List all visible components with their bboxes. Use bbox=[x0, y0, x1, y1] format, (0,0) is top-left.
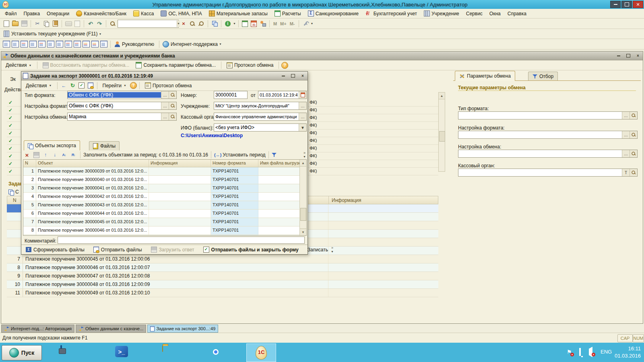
more-buttons[interactable]: »▼ bbox=[331, 246, 334, 253]
send-and-close-button[interactable]: ✓Отправить файлы и закрыть форму bbox=[200, 246, 301, 254]
table-scrollbar[interactable]: ▲ ▼ bbox=[299, 160, 306, 235]
dialog-close-button[interactable]: × bbox=[299, 73, 306, 79]
fill-by-period-button[interactable]: Заполнить объектами за период: с 01.03.1… bbox=[83, 152, 208, 158]
format-setting-input[interactable] bbox=[458, 132, 622, 138]
settings-button[interactable] bbox=[301, 20, 310, 27]
report-button-4[interactable] bbox=[29, 41, 37, 48]
check-file-button[interactable]: ✓ bbox=[78, 82, 86, 89]
ellipsis-button[interactable]: … bbox=[161, 113, 169, 120]
clock[interactable]: 16:11 01.03.2016 bbox=[615, 345, 641, 360]
export-path-link[interactable]: C:\Users\Аникина\Desktop bbox=[181, 133, 243, 138]
menu-item[interactable]: Сервис bbox=[466, 11, 483, 16]
window-tab[interactable]: Интернет-под...: Авторизация bbox=[1, 325, 74, 333]
cut-button[interactable]: ✂ bbox=[33, 20, 41, 27]
refresh-button[interactable]: ↻ bbox=[69, 82, 77, 89]
search-input[interactable] bbox=[118, 21, 177, 27]
send-files-button[interactable]: Отправить файлы bbox=[91, 246, 145, 254]
set-institution-button[interactable] bbox=[2, 30, 10, 37]
number-input[interactable] bbox=[214, 92, 247, 98]
save-button[interactable] bbox=[20, 20, 28, 27]
menu-item[interactable]: Учреждение bbox=[424, 10, 459, 16]
menu-item[interactable]: Правка bbox=[24, 11, 40, 16]
window-tab[interactable]: Задание на экспорт 300...:49 bbox=[147, 325, 218, 333]
ellipsis-button[interactable]: … bbox=[161, 91, 169, 99]
write-button[interactable]: Записать bbox=[305, 246, 331, 254]
sort-desc-button[interactable]: Я↓ bbox=[69, 151, 77, 158]
move-up-button[interactable]: ↑ bbox=[41, 151, 50, 158]
task-object-row[interactable]: 8 Платежное поручение 30000046 от 01.03.… bbox=[7, 263, 438, 272]
calculator-button[interactable] bbox=[241, 20, 249, 27]
ellipsis-button[interactable]: … bbox=[299, 102, 306, 109]
ifo-input[interactable] bbox=[214, 125, 299, 130]
column-header-info[interactable]: Информация bbox=[149, 160, 211, 167]
ifo-dropdown-button[interactable]: ▼ bbox=[299, 124, 306, 131]
menu-item[interactable]: Расчеты bbox=[275, 10, 301, 16]
scroll-up-button[interactable]: ▲ bbox=[439, 93, 445, 99]
close-button[interactable]: ✕ bbox=[633, 1, 643, 8]
ellipsis-button[interactable]: … bbox=[622, 150, 630, 157]
internet-dropdown-icon[interactable]: ▼ bbox=[219, 43, 222, 45]
tab-files[interactable]: Файлы bbox=[89, 141, 120, 150]
report-button-7[interactable] bbox=[56, 41, 64, 48]
tab-exchange-params[interactable]: Параметры обмена bbox=[455, 71, 515, 81]
internet-support-label[interactable]: Интернет-поддержка bbox=[171, 41, 218, 47]
post-document-button[interactable] bbox=[87, 82, 95, 89]
exchange-minimize-button[interactable] bbox=[615, 53, 622, 59]
magnifier-button[interactable] bbox=[630, 169, 637, 176]
settings-dropdown-icon[interactable]: ▼ bbox=[311, 22, 314, 25]
table-row[interactable]: 3 Платежное поручение 30000041 от 01.03.… bbox=[23, 184, 306, 193]
table-row[interactable]: 8 Платежное поручение 30000046 от 01.03.… bbox=[23, 226, 306, 235]
minimize-button[interactable] bbox=[610, 1, 621, 8]
write-object-button[interactable]: ← bbox=[60, 82, 68, 89]
undo-button[interactable]: ↶ bbox=[87, 20, 95, 27]
task-object-row[interactable]: 7 Платежное поручение 30000045 от 01.03.… bbox=[7, 255, 438, 263]
exchange-close-button[interactable]: × bbox=[635, 53, 641, 59]
menu-item[interactable]: Справка bbox=[508, 11, 526, 16]
menu-item[interactable]: Касса bbox=[133, 10, 154, 16]
ellipsis-button[interactable]: … bbox=[622, 131, 630, 138]
filter-settings-icon[interactable] bbox=[272, 152, 277, 157]
tab-filter[interactable]: Отбор bbox=[528, 72, 558, 81]
clear-search-button[interactable]: × bbox=[180, 20, 188, 27]
scrollbar-thumb[interactable] bbox=[439, 131, 445, 142]
scroll-up-button[interactable]: ▲ bbox=[300, 160, 306, 167]
magnifier-button[interactable] bbox=[630, 131, 637, 138]
datetime-input[interactable] bbox=[258, 93, 299, 97]
table-row[interactable]: 4 Платежное поручение 30000042 от 01.03.… bbox=[23, 193, 306, 201]
report-button-8[interactable] bbox=[64, 41, 72, 48]
memory-add-button[interactable]: M+ bbox=[279, 21, 288, 26]
open-button[interactable] bbox=[11, 20, 19, 27]
calendar-button[interactable]: 31 bbox=[250, 20, 258, 27]
column-header-n[interactable]: N bbox=[23, 160, 36, 167]
internet-support-button[interactable] bbox=[162, 41, 170, 48]
report-button-3[interactable] bbox=[20, 41, 28, 48]
format-type-input[interactable] bbox=[458, 113, 622, 118]
menu-item[interactable]: Материальные запасы bbox=[209, 10, 268, 16]
task-object-row[interactable]: 10 Платежное поручение 30000048 от 01.03… bbox=[7, 280, 438, 289]
restore-params-button[interactable]: Восстановить параметры обмена... bbox=[40, 61, 132, 70]
language-indicator[interactable]: ENG bbox=[601, 349, 612, 355]
report-button-2[interactable] bbox=[11, 41, 19, 48]
ellipsis-button[interactable]: … bbox=[161, 102, 169, 109]
report-button-9[interactable] bbox=[73, 41, 81, 48]
report-button-1[interactable] bbox=[2, 41, 10, 48]
tab-export-objects[interactable]: Объекты экспорта bbox=[24, 140, 80, 150]
exchange-protocol-button[interactable]: Протокол обмена bbox=[224, 61, 276, 70]
menu-item[interactable]: Файл bbox=[5, 11, 17, 16]
comment-input[interactable] bbox=[58, 237, 304, 243]
start-button[interactable]: Пуск bbox=[2, 345, 42, 360]
report-button-11[interactable] bbox=[91, 41, 99, 48]
menu-item[interactable]: Санкционирование bbox=[308, 10, 359, 16]
print-button[interactable] bbox=[64, 20, 72, 27]
taskbar-explorer-button[interactable] bbox=[162, 346, 163, 352]
load-answer-button[interactable]: Загрузить ответ bbox=[148, 246, 197, 254]
goto-button[interactable]: Перейти▼ bbox=[100, 82, 130, 90]
taskbar-1c-button[interactable]: 1С bbox=[246, 343, 276, 362]
new-document-button[interactable] bbox=[2, 20, 10, 27]
exchange-actions-button[interactable]: Действия▼ bbox=[3, 61, 35, 69]
menu-item[interactable]: Казначейство/Банк bbox=[76, 10, 126, 16]
delete-row-button[interactable]: × bbox=[23, 151, 31, 158]
table-row[interactable]: 6 Платежное поручение 30000044 от 01.03.… bbox=[23, 210, 306, 218]
ellipsis-button[interactable]: … bbox=[622, 112, 630, 119]
memory-recall-button[interactable]: M bbox=[272, 21, 278, 26]
